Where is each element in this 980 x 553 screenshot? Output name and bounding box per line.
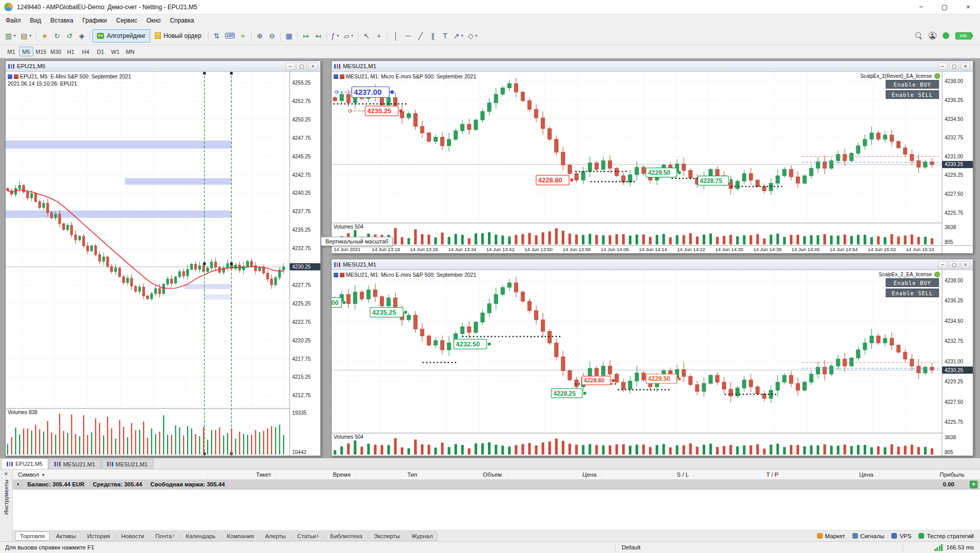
maximize-icon[interactable]: ▢: [949, 261, 959, 269]
menu-item-2[interactable]: Вставка: [46, 15, 78, 26]
toolbox-tab-6[interactable]: Компания: [222, 531, 259, 541]
column-header-5[interactable]: Цена: [507, 469, 602, 479]
close-icon[interactable]: ×: [956, 0, 980, 14]
status-latency[interactable]: 166.53 ms: [903, 544, 980, 551]
menu-item-1[interactable]: Вид: [26, 15, 46, 26]
add-order-button[interactable]: +: [970, 481, 977, 488]
enable-buy-button[interactable]: Enable BUY: [886, 80, 939, 89]
trendline-button[interactable]: ╱: [414, 29, 426, 43]
enable-sell-button[interactable]: Enable SELL: [886, 289, 939, 297]
new-chart-button[interactable]: ▥▼: [3, 29, 18, 43]
enable-buy-button[interactable]: Enable BUY: [886, 278, 939, 287]
tester-button[interactable]: Тестер стратегий: [918, 533, 974, 539]
minimize-icon[interactable]: −: [938, 63, 948, 70]
close-icon[interactable]: ×: [308, 63, 318, 70]
menu-item-6[interactable]: Справка: [166, 15, 199, 26]
zoom-out-button[interactable]: ⊖: [266, 29, 278, 43]
new-order-button[interactable]: Новый ордер: [150, 29, 206, 43]
autoscroll-button[interactable]: ↦: [300, 29, 312, 43]
toolbox-tab-4[interactable]: Почта7: [150, 531, 179, 541]
titlebar[interactable]: 1249440 - AMPGlobalEU-Demo: Демо-счет - …: [0, 0, 980, 14]
column-header-2[interactable]: Время: [277, 469, 356, 479]
timeframe-m15[interactable]: M15: [34, 47, 48, 56]
profiles-button[interactable]: ▤▼: [18, 29, 34, 43]
toolbox-tab-8[interactable]: Статьи1: [292, 531, 324, 541]
enable-sell-button[interactable]: Enable SELL: [886, 90, 939, 99]
chart-tab-1[interactable]: MESU21,M1: [49, 459, 100, 469]
chart-window-titlebar[interactable]: MESU21,M1 − ▢ ×: [332, 61, 973, 72]
menu-item-5[interactable]: Окно: [142, 15, 166, 26]
timeframe-w1[interactable]: W1: [108, 47, 122, 56]
column-header-0[interactable]: Символ▲: [13, 469, 208, 479]
menu-item-4[interactable]: Сервис: [112, 15, 142, 26]
toolbox-tab-10[interactable]: Эксперты: [369, 531, 405, 541]
timeframe-mn[interactable]: MN: [123, 47, 137, 56]
connection-icon[interactable]: [943, 32, 949, 39]
indicators-button[interactable]: ƒ▼: [329, 29, 342, 43]
chart-canvas[interactable]: Volumes 5044238.004236.254234.504232.754…: [332, 72, 973, 253]
column-header-7[interactable]: T / P: [695, 469, 784, 479]
chart-window-titlebar[interactable]: EPU21,M5 − ▢ ×: [6, 61, 320, 72]
menu-item-3[interactable]: Графики: [78, 15, 112, 26]
maximize-icon[interactable]: ▢: [297, 63, 307, 70]
toolbox-tab-5[interactable]: Календарь: [180, 531, 220, 541]
rotate-button[interactable]: ↺: [63, 29, 75, 43]
toolbox-tab-0[interactable]: Торговля: [15, 531, 50, 541]
column-header-8[interactable]: Цена: [784, 469, 879, 479]
timeframe-m5[interactable]: M5: [19, 47, 33, 56]
channel-button[interactable]: ∥: [426, 29, 439, 43]
crosshair-button[interactable]: +: [373, 29, 385, 43]
vertical-line-button[interactable]: │: [390, 29, 402, 43]
chart-canvas[interactable]: Volumes 5044238.004236.254234.504232.754…: [332, 270, 973, 456]
search-icon[interactable]: [915, 32, 923, 39]
vps-button[interactable]: VPS: [891, 533, 911, 539]
cursor-button[interactable]: ↖: [360, 29, 373, 43]
close-icon[interactable]: ✕: [4, 471, 8, 477]
toolbox-tab-3[interactable]: Новости: [116, 531, 150, 541]
timeframe-m1[interactable]: M1: [4, 47, 18, 56]
toolbox-tab-7[interactable]: Алерты: [260, 531, 291, 541]
timeframe-m30[interactable]: M30: [49, 47, 63, 56]
timeframe-h1[interactable]: H1: [64, 47, 78, 56]
zoom-in-button[interactable]: ⊕: [254, 29, 266, 43]
restore-icon[interactable]: ▢: [933, 0, 956, 14]
horizontal-line-button[interactable]: ─: [402, 29, 414, 43]
algo-trading-button[interactable]: Алготрейдинг: [92, 29, 150, 43]
favorites-button[interactable]: ★: [38, 29, 51, 43]
toolbox-vertical-tab[interactable]: Инструменты: [3, 480, 9, 515]
column-header-3[interactable]: Тип: [356, 469, 423, 479]
line-chart-button[interactable]: ≈: [237, 29, 249, 43]
column-header-6[interactable]: S / L: [602, 469, 695, 479]
account-icon[interactable]: [929, 32, 936, 39]
close-icon[interactable]: ×: [961, 63, 970, 70]
maximize-icon[interactable]: ▢: [949, 63, 959, 70]
toolbox-tab-1[interactable]: Активы: [51, 531, 81, 541]
chart-tab-2[interactable]: MESU21,M1: [101, 459, 153, 469]
market-button[interactable]: Маркет: [817, 533, 845, 539]
minimize-icon[interactable]: −: [938, 261, 948, 269]
expander-icon[interactable]: ▾: [17, 482, 19, 487]
ea-smiley-icon[interactable]: [934, 272, 940, 277]
balance-row[interactable]: ▾ Баланс: 305.44 EURСредства: 305.44Своб…: [13, 480, 980, 489]
chart-canvas[interactable]: Volumes 8384255.254252.754250.254247.754…: [6, 72, 320, 456]
toolbox-tab-9[interactable]: Библиотека: [325, 531, 368, 541]
signals-button[interactable]: Сигналы: [852, 533, 885, 539]
arrows-button[interactable]: ↗▼: [451, 29, 466, 43]
column-header-9[interactable]: Прибыль: [879, 469, 980, 479]
minimize-icon[interactable]: −: [285, 63, 295, 70]
timeframe-h4[interactable]: H4: [78, 47, 93, 56]
toolbox-tab-11[interactable]: Журнал: [406, 531, 438, 541]
close-icon[interactable]: ×: [961, 261, 970, 269]
minimize-icon[interactable]: −: [909, 0, 933, 14]
text-button[interactable]: T: [439, 29, 451, 43]
shapes-button[interactable]: ◇▼: [466, 29, 480, 43]
ea-smiley-icon[interactable]: [934, 73, 940, 79]
timeframe-d1[interactable]: D1: [93, 47, 108, 56]
objects-button[interactable]: ▱▼: [342, 29, 356, 43]
menu-item-0[interactable]: Файл: [1, 15, 26, 26]
toolbox-tab-2[interactable]: История: [82, 531, 115, 541]
status-profile[interactable]: Default: [616, 544, 903, 550]
zoom-100-button[interactable]: 100: [223, 29, 237, 43]
magnet-button[interactable]: ◈: [75, 29, 88, 43]
column-header-1[interactable]: Тикет: [208, 469, 277, 479]
